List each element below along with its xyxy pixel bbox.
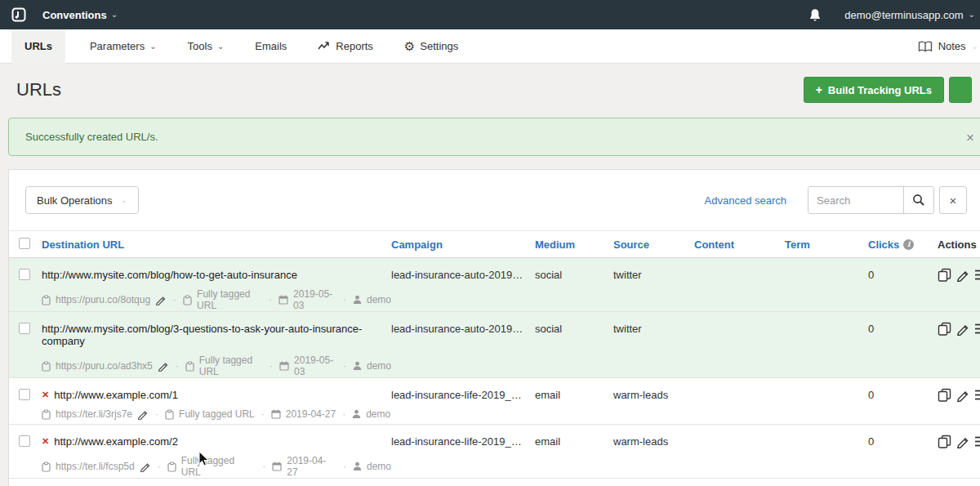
tab-urls-label: URLs bbox=[24, 40, 52, 52]
user-icon bbox=[353, 361, 362, 371]
copy-short-url-icon[interactable] bbox=[42, 295, 51, 305]
table-row: ✕ http://www.mysite.com/blog/how-to-get-… bbox=[9, 258, 980, 312]
edit-short-url-icon[interactable] bbox=[155, 295, 167, 305]
term-cell bbox=[785, 378, 860, 389]
notes-menu[interactable]: Notes ⌄ bbox=[918, 40, 980, 52]
destination-url[interactable]: http://www.example.com/1 bbox=[54, 389, 178, 401]
campaign-cell: new-appraisal-2018_01_1… bbox=[391, 479, 535, 486]
close-icon[interactable]: × bbox=[966, 130, 974, 144]
header-clicks[interactable]: Clicks bbox=[868, 239, 899, 251]
tag-status: Fully tagged URL bbox=[197, 288, 262, 311]
short-url[interactable]: https://ter.li/3rjs7e bbox=[56, 408, 132, 420]
short-url[interactable]: https://puru.co/8otqug bbox=[56, 294, 150, 305]
short-url[interactable]: https://puru.co/ad3hx5 bbox=[56, 360, 153, 372]
separator-dot: · bbox=[155, 408, 158, 420]
separator-dot: · bbox=[342, 408, 345, 420]
invalid-icon: ✕ bbox=[42, 390, 49, 400]
terminus-logo-icon[interactable] bbox=[11, 7, 26, 22]
more-actions-menu-icon[interactable] bbox=[974, 269, 980, 281]
chevron-down-icon: ⌄ bbox=[121, 196, 127, 204]
notifications-bell-icon[interactable] bbox=[808, 8, 822, 22]
term-cell bbox=[785, 258, 860, 269]
tag-status: Fully tagged URL bbox=[179, 408, 255, 420]
separator-dot: · bbox=[343, 294, 346, 305]
term-cell bbox=[785, 425, 860, 435]
destination-url[interactable]: http://www.example.com/2 bbox=[54, 435, 178, 448]
tab-tools-label: Tools bbox=[188, 40, 212, 52]
tab-emails-label: Emails bbox=[255, 40, 287, 52]
created-date: 2019-05-03 bbox=[293, 288, 336, 311]
row-checkbox[interactable] bbox=[19, 435, 30, 447]
edit-short-url-icon[interactable] bbox=[137, 409, 149, 420]
user-account-menu[interactable]: demo@terminusapp.com ⌄ bbox=[844, 9, 975, 21]
separator-dot: · bbox=[173, 294, 176, 305]
destination-url[interactable]: http://www.mysite.com/blog/3-questions-t… bbox=[42, 323, 391, 347]
build-tracking-urls-button[interactable]: + Build Tracking URLs bbox=[804, 77, 944, 103]
tab-emails[interactable]: Emails bbox=[248, 29, 293, 64]
medium-cell: email bbox=[535, 378, 613, 401]
duplicate-icon[interactable] bbox=[938, 322, 951, 336]
info-icon[interactable]: i bbox=[903, 239, 914, 250]
separator-dot: · bbox=[270, 360, 273, 372]
row-checkbox[interactable] bbox=[19, 389, 30, 400]
created-by: demo bbox=[366, 408, 390, 420]
header-medium[interactable]: Medium bbox=[535, 239, 613, 251]
separator-dot: · bbox=[343, 360, 346, 372]
more-actions-menu-icon[interactable] bbox=[974, 435, 980, 448]
tag-status: Fully tagged URL bbox=[181, 455, 256, 478]
copy-tagged-url-icon[interactable] bbox=[167, 461, 176, 472]
copy-tagged-url-icon[interactable] bbox=[165, 409, 174, 420]
header-content[interactable]: Content bbox=[694, 239, 785, 251]
main-nav: URLs Parameters ⌄ Tools ⌄ Emails Reports… bbox=[0, 29, 980, 64]
content-cell bbox=[694, 258, 785, 269]
header-destination-url[interactable]: Destination URL bbox=[42, 239, 391, 251]
edit-short-url-icon[interactable] bbox=[158, 361, 169, 372]
calendar-icon bbox=[279, 361, 289, 371]
header-source[interactable]: Source bbox=[613, 239, 694, 251]
header-term[interactable]: Term bbox=[785, 239, 860, 251]
separator-dot: · bbox=[262, 461, 265, 472]
top-bar: Conventions ⌄ demo@terminusapp.com ⌄ bbox=[0, 0, 980, 29]
edit-icon[interactable] bbox=[956, 389, 969, 402]
select-all-checkbox[interactable] bbox=[19, 238, 30, 249]
more-actions-menu-icon[interactable] bbox=[974, 323, 980, 335]
secondary-green-button[interactable] bbox=[949, 77, 972, 103]
copy-short-url-icon[interactable] bbox=[42, 361, 51, 372]
clicks-cell: 0 bbox=[860, 258, 938, 281]
header-campaign[interactable]: Campaign bbox=[391, 239, 535, 251]
copy-short-url-icon[interactable] bbox=[42, 409, 51, 420]
edit-icon[interactable] bbox=[956, 323, 969, 336]
tab-parameters[interactable]: Parameters ⌄ bbox=[83, 29, 163, 64]
tab-urls[interactable]: URLs bbox=[11, 29, 65, 64]
row-checkbox[interactable] bbox=[19, 269, 30, 280]
edit-short-url-icon[interactable] bbox=[140, 461, 151, 472]
short-url[interactable]: https://ter.li/fcsp5d bbox=[56, 461, 135, 472]
clear-search-button[interactable]: × bbox=[939, 186, 967, 214]
row-checkbox[interactable] bbox=[19, 323, 30, 334]
copy-tagged-url-icon[interactable] bbox=[185, 361, 194, 372]
conventions-menu[interactable]: Conventions ⌄ bbox=[42, 9, 118, 21]
more-actions-menu-icon[interactable] bbox=[974, 389, 980, 401]
search-input[interactable] bbox=[808, 187, 903, 213]
duplicate-icon[interactable] bbox=[938, 268, 951, 282]
duplicate-icon[interactable] bbox=[938, 388, 951, 402]
edit-icon[interactable] bbox=[956, 269, 969, 282]
bulk-operations-button[interactable]: Bulk Operations ⌄ bbox=[25, 186, 139, 214]
copy-tagged-url-icon[interactable] bbox=[183, 295, 192, 305]
table-header-row: Destination URL Campaign Medium Source C… bbox=[9, 230, 980, 258]
tab-settings[interactable]: ⚙ Settings bbox=[398, 29, 465, 64]
medium-cell: email bbox=[535, 425, 613, 448]
destination-url[interactable]: http://www.mysite.com/blog/how-to-get-au… bbox=[42, 269, 297, 281]
source-cell: warm-leads bbox=[613, 425, 694, 448]
tab-tools[interactable]: Tools ⌄ bbox=[181, 29, 231, 64]
advanced-search-link[interactable]: Advanced search bbox=[705, 194, 786, 207]
success-alert-message: Successfully created URL/s. bbox=[25, 131, 158, 143]
search-button[interactable] bbox=[903, 187, 933, 213]
copy-short-url-icon[interactable] bbox=[42, 461, 51, 472]
term-cell bbox=[785, 479, 860, 486]
edit-icon[interactable] bbox=[956, 435, 969, 448]
tab-reports[interactable]: Reports bbox=[311, 29, 380, 64]
source-cell: twitter bbox=[613, 312, 694, 335]
invalid-icon: ✕ bbox=[42, 436, 49, 447]
duplicate-icon[interactable] bbox=[938, 435, 951, 448]
